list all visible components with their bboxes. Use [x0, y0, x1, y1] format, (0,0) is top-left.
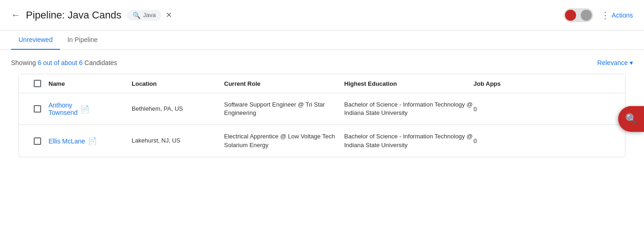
row-1-name-cell: AnthonyTownsend 📄 — [49, 101, 132, 116]
row-2-name-row: Ellis McLane 📄 — [49, 137, 97, 145]
row-1-job-apps: 0 — [474, 106, 529, 113]
select-all-checkbox[interactable] — [26, 80, 49, 87]
sort-label: Relevance — [597, 59, 628, 66]
table-header-row: Name Location Current Role Highest Educa… — [19, 74, 625, 93]
col-header-location: Location — [132, 80, 224, 87]
row-2-current-role: Electrical Apprentice @ Low Voltage Tech… — [224, 132, 344, 149]
sort-dropdown[interactable]: Relevance ▾ — [597, 59, 633, 66]
actions-menu-icon: ⋮ — [601, 10, 610, 21]
table-row: Ellis McLane 📄 Lakehurst, NJ, US Electri… — [19, 125, 625, 156]
table-row: AnthonyTownsend 📄 Bethlehem, PA, US Soft… — [19, 93, 625, 125]
row-2-location: Lakehurst, NJ, US — [132, 137, 224, 145]
header-checkbox[interactable] — [34, 80, 41, 87]
row-1-current-role: Software Support Engineer @ Tri Star Eng… — [224, 101, 344, 117]
search-pill[interactable]: 🔍 Java — [127, 10, 161, 21]
fab-search-icon: 🔍 — [625, 113, 638, 125]
col-header-name: Name — [49, 80, 132, 87]
row-2-name-cell: Ellis McLane 📄 — [49, 137, 132, 145]
toggle-grey-dot — [581, 10, 592, 21]
back-button[interactable]: ← — [11, 10, 20, 20]
toggle-switch[interactable] — [564, 8, 593, 22]
col-header-job-apps: Job Apps — [474, 80, 529, 87]
header-right: ⋮ Actions — [564, 8, 633, 22]
col-header-highest-education: Highest Education — [344, 80, 474, 87]
sort-arrow-icon: ▾ — [630, 59, 633, 66]
row-1-checkbox[interactable] — [34, 105, 41, 113]
tab-unreviewed[interactable]: Unreviewed — [11, 30, 60, 50]
row-2-job-apps: 0 — [474, 137, 529, 144]
actions-label: Actions — [612, 12, 633, 19]
row-2-doc-icon: 📄 — [88, 137, 97, 145]
main-content: Showing 6 out of about 6 Candidates Rele… — [0, 50, 644, 167]
row-1-highest-education: Bachelor of Science - Information Techno… — [344, 101, 474, 117]
showing-info: Showing 6 out of about 6 Candidates Rele… — [11, 59, 633, 66]
col-header-current-role: Current Role — [224, 80, 344, 87]
row-1-name-row: AnthonyTownsend 📄 — [49, 101, 90, 116]
close-button[interactable]: ✕ — [166, 11, 172, 19]
row-2-checkbox-cell — [26, 137, 49, 145]
tabs-bar: Unreviewed In Pipeline — [0, 30, 644, 50]
search-pill-text: Java — [143, 12, 156, 18]
page-title: Pipeline: Java Cands — [26, 9, 122, 21]
row-1-checkbox-cell — [26, 105, 49, 113]
row-2-candidate-name[interactable]: Ellis McLane — [49, 137, 85, 145]
header: ← Pipeline: Java Cands 🔍 Java ✕ ⋮ Action… — [0, 0, 644, 30]
showing-suffix: Candidates — [83, 59, 117, 66]
row-1-doc-icon: 📄 — [80, 105, 90, 113]
search-pill-icon: 🔍 — [133, 12, 140, 19]
row-2-highest-education: Bachelor of Science - Information Techno… — [344, 132, 474, 149]
toggle-red-dot — [565, 10, 576, 21]
row-2-checkbox[interactable] — [34, 137, 41, 145]
actions-button[interactable]: ⋮ Actions — [601, 10, 633, 21]
row-1-candidate-name[interactable]: AnthonyTownsend — [49, 101, 78, 116]
candidates-table: Name Location Current Role Highest Educa… — [18, 74, 626, 157]
showing-prefix: Showing — [11, 59, 38, 66]
fab-search-button[interactable]: 🔍 — [618, 106, 644, 132]
row-1-location: Bethlehem, PA, US — [132, 105, 224, 113]
tab-in-pipeline[interactable]: In Pipeline — [60, 30, 105, 50]
showing-count: 6 out of about 6 — [38, 59, 83, 66]
